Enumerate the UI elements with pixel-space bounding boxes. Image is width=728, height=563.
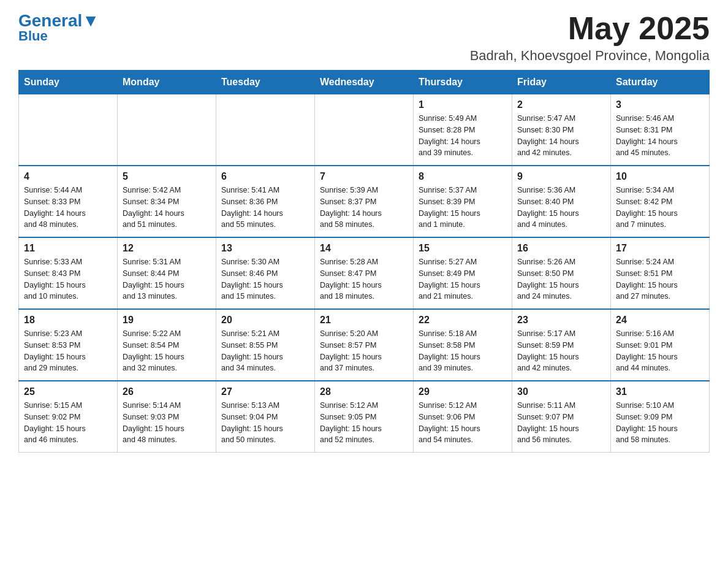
- weekday-header-monday: Monday: [118, 71, 216, 94]
- calendar-cell: 1Sunrise: 5:49 AMSunset: 8:28 PMDaylight…: [414, 94, 512, 166]
- calendar-cell: 22Sunrise: 5:18 AMSunset: 8:58 PMDayligh…: [414, 309, 512, 381]
- day-info: Sunrise: 5:27 AMSunset: 8:49 PMDaylight:…: [419, 256, 507, 302]
- day-info: Sunrise: 5:31 AMSunset: 8:44 PMDaylight:…: [123, 256, 211, 302]
- day-info: Sunrise: 5:13 AMSunset: 9:04 PMDaylight:…: [221, 400, 309, 446]
- day-number: 15: [419, 243, 507, 254]
- weekday-header-sunday: Sunday: [19, 71, 118, 94]
- day-number: 24: [616, 315, 704, 326]
- calendar-cell: [216, 94, 315, 166]
- calendar-cell: 2Sunrise: 5:47 AMSunset: 8:30 PMDaylight…: [512, 94, 611, 166]
- calendar-cell: 3Sunrise: 5:46 AMSunset: 8:31 PMDaylight…: [611, 94, 710, 166]
- day-info: Sunrise: 5:24 AMSunset: 8:51 PMDaylight:…: [616, 256, 704, 302]
- day-info: Sunrise: 5:41 AMSunset: 8:36 PMDaylight:…: [221, 185, 309, 231]
- day-info: Sunrise: 5:34 AMSunset: 8:42 PMDaylight:…: [616, 185, 704, 231]
- day-info: Sunrise: 5:15 AMSunset: 9:02 PMDaylight:…: [24, 400, 112, 446]
- day-number: 10: [616, 171, 704, 182]
- day-number: 26: [123, 386, 211, 397]
- calendar-cell: 17Sunrise: 5:24 AMSunset: 8:51 PMDayligh…: [611, 237, 710, 309]
- week-row-4: 18Sunrise: 5:23 AMSunset: 8:53 PMDayligh…: [19, 309, 710, 381]
- logo-area: General▼ Blue: [18, 12, 99, 44]
- day-info: Sunrise: 5:42 AMSunset: 8:34 PMDaylight:…: [123, 185, 211, 231]
- calendar-cell: [19, 94, 118, 166]
- calendar-cell: 13Sunrise: 5:30 AMSunset: 8:46 PMDayligh…: [216, 237, 315, 309]
- day-info: Sunrise: 5:36 AMSunset: 8:40 PMDaylight:…: [517, 185, 605, 231]
- calendar-cell: 26Sunrise: 5:14 AMSunset: 9:03 PMDayligh…: [118, 381, 216, 453]
- day-info: Sunrise: 5:17 AMSunset: 8:59 PMDaylight:…: [517, 328, 605, 374]
- calendar-cell: 23Sunrise: 5:17 AMSunset: 8:59 PMDayligh…: [512, 309, 611, 381]
- day-number: 19: [123, 315, 211, 326]
- title-area: May 2025 Badrah, Khoevsgoel Province, Mo…: [470, 12, 710, 64]
- calendar-cell: 18Sunrise: 5:23 AMSunset: 8:53 PMDayligh…: [19, 309, 118, 381]
- day-info: Sunrise: 5:33 AMSunset: 8:43 PMDaylight:…: [24, 256, 112, 302]
- calendar-cell: 19Sunrise: 5:22 AMSunset: 8:54 PMDayligh…: [118, 309, 216, 381]
- calendar-cell: 14Sunrise: 5:28 AMSunset: 8:47 PMDayligh…: [315, 237, 414, 309]
- calendar-cell: 7Sunrise: 5:39 AMSunset: 8:37 PMDaylight…: [315, 166, 414, 237]
- month-title: May 2025: [470, 12, 710, 44]
- day-info: Sunrise: 5:11 AMSunset: 9:07 PMDaylight:…: [517, 400, 605, 446]
- day-info: Sunrise: 5:37 AMSunset: 8:39 PMDaylight:…: [419, 185, 507, 231]
- calendar-cell: 30Sunrise: 5:11 AMSunset: 9:07 PMDayligh…: [512, 381, 611, 453]
- day-info: Sunrise: 5:10 AMSunset: 9:09 PMDaylight:…: [616, 400, 704, 446]
- week-row-5: 25Sunrise: 5:15 AMSunset: 9:02 PMDayligh…: [19, 381, 710, 453]
- day-info: Sunrise: 5:22 AMSunset: 8:54 PMDaylight:…: [123, 328, 211, 374]
- day-number: 20: [221, 315, 309, 326]
- day-info: Sunrise: 5:21 AMSunset: 8:55 PMDaylight:…: [221, 328, 309, 374]
- day-info: Sunrise: 5:30 AMSunset: 8:46 PMDaylight:…: [221, 256, 309, 302]
- calendar-cell: 28Sunrise: 5:12 AMSunset: 9:05 PMDayligh…: [315, 381, 414, 453]
- calendar-cell: 31Sunrise: 5:10 AMSunset: 9:09 PMDayligh…: [611, 381, 710, 453]
- day-info: Sunrise: 5:49 AMSunset: 8:28 PMDaylight:…: [419, 113, 507, 159]
- day-number: 29: [419, 386, 507, 397]
- day-info: Sunrise: 5:46 AMSunset: 8:31 PMDaylight:…: [616, 113, 704, 159]
- logo-blue: Blue: [18, 28, 48, 44]
- calendar-table: SundayMondayTuesdayWednesdayThursdayFrid…: [18, 70, 710, 453]
- day-number: 28: [320, 386, 408, 397]
- logo-general: General▼: [18, 12, 99, 29]
- day-number: 31: [616, 386, 704, 397]
- day-number: 3: [616, 99, 704, 110]
- day-number: 13: [221, 243, 309, 254]
- calendar-cell: 24Sunrise: 5:16 AMSunset: 9:01 PMDayligh…: [611, 309, 710, 381]
- day-number: 23: [517, 315, 605, 326]
- day-info: Sunrise: 5:26 AMSunset: 8:50 PMDaylight:…: [517, 256, 605, 302]
- calendar-cell: 5Sunrise: 5:42 AMSunset: 8:34 PMDaylight…: [118, 166, 216, 237]
- day-number: 2: [517, 99, 605, 110]
- day-number: 27: [221, 386, 309, 397]
- day-number: 22: [419, 315, 507, 326]
- day-info: Sunrise: 5:14 AMSunset: 9:03 PMDaylight:…: [123, 400, 211, 446]
- calendar-cell: [315, 94, 414, 166]
- weekday-header-wednesday: Wednesday: [315, 71, 414, 94]
- day-info: Sunrise: 5:16 AMSunset: 9:01 PMDaylight:…: [616, 328, 704, 374]
- day-number: 6: [221, 171, 309, 182]
- day-info: Sunrise: 5:20 AMSunset: 8:57 PMDaylight:…: [320, 328, 408, 374]
- day-number: 7: [320, 171, 408, 182]
- day-number: 4: [24, 171, 112, 182]
- day-number: 9: [517, 171, 605, 182]
- day-info: Sunrise: 5:18 AMSunset: 8:58 PMDaylight:…: [419, 328, 507, 374]
- day-info: Sunrise: 5:39 AMSunset: 8:37 PMDaylight:…: [320, 185, 408, 231]
- day-number: 11: [24, 243, 112, 254]
- calendar-cell: 12Sunrise: 5:31 AMSunset: 8:44 PMDayligh…: [118, 237, 216, 309]
- day-info: Sunrise: 5:12 AMSunset: 9:06 PMDaylight:…: [419, 400, 507, 446]
- calendar-cell: 10Sunrise: 5:34 AMSunset: 8:42 PMDayligh…: [611, 166, 710, 237]
- day-number: 5: [123, 171, 211, 182]
- day-number: 17: [616, 243, 704, 254]
- weekday-header-thursday: Thursday: [414, 71, 512, 94]
- weekday-header-saturday: Saturday: [611, 71, 710, 94]
- week-row-2: 4Sunrise: 5:44 AMSunset: 8:33 PMDaylight…: [19, 166, 710, 237]
- day-number: 25: [24, 386, 112, 397]
- weekday-header-row: SundayMondayTuesdayWednesdayThursdayFrid…: [19, 71, 710, 94]
- calendar-cell: 4Sunrise: 5:44 AMSunset: 8:33 PMDaylight…: [19, 166, 118, 237]
- day-number: 12: [123, 243, 211, 254]
- day-info: Sunrise: 5:47 AMSunset: 8:30 PMDaylight:…: [517, 113, 605, 159]
- calendar-cell: 27Sunrise: 5:13 AMSunset: 9:04 PMDayligh…: [216, 381, 315, 453]
- day-info: Sunrise: 5:12 AMSunset: 9:05 PMDaylight:…: [320, 400, 408, 446]
- day-number: 14: [320, 243, 408, 254]
- day-number: 8: [419, 171, 507, 182]
- calendar-cell: 16Sunrise: 5:26 AMSunset: 8:50 PMDayligh…: [512, 237, 611, 309]
- day-info: Sunrise: 5:44 AMSunset: 8:33 PMDaylight:…: [24, 185, 112, 231]
- day-number: 18: [24, 315, 112, 326]
- calendar-cell: 11Sunrise: 5:33 AMSunset: 8:43 PMDayligh…: [19, 237, 118, 309]
- day-number: 16: [517, 243, 605, 254]
- day-info: Sunrise: 5:28 AMSunset: 8:47 PMDaylight:…: [320, 256, 408, 302]
- calendar-cell: 6Sunrise: 5:41 AMSunset: 8:36 PMDaylight…: [216, 166, 315, 237]
